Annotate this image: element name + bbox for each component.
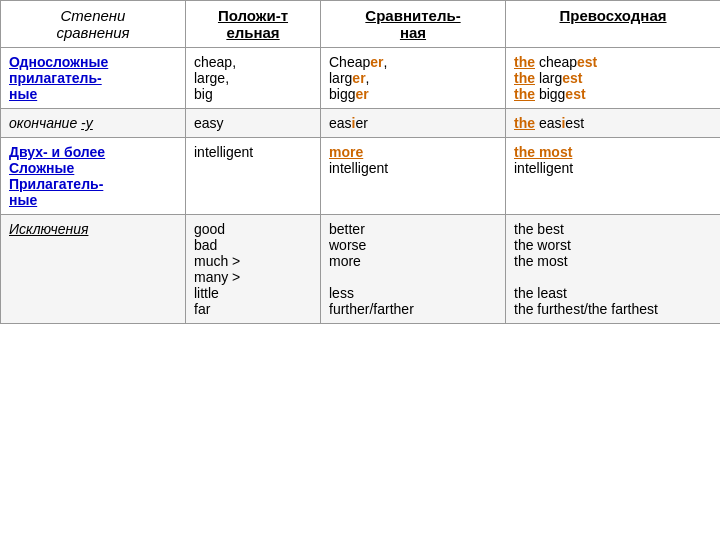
row3-col2: intelligent [186, 138, 321, 215]
table-row: Двух- и болееСложныеПрилагатель-ные inte… [1, 138, 721, 215]
row2-col4: the easiest [506, 109, 721, 138]
row1-col4: the cheapest the largest the biggest [506, 48, 721, 109]
header-row: Степенисравнения Положи-тельная Сравните… [1, 1, 721, 48]
row2-col2: easy [186, 109, 321, 138]
header-col2: Положи-тельная [186, 1, 321, 48]
comparison-table: Степенисравнения Положи-тельная Сравните… [0, 0, 720, 324]
row4-col1: Исключения [1, 215, 186, 324]
row4-col3: betterworsemorelessfurther/farther [321, 215, 506, 324]
table-row: Исключения goodbadmuch >many >littlefar … [1, 215, 721, 324]
row1-col1: Односложныеприлагатель-ные [1, 48, 186, 109]
header-col1: Степенисравнения [1, 1, 186, 48]
row3-col1: Двух- и болееСложныеПрилагатель-ные [1, 138, 186, 215]
table-row: Односложныеприлагатель-ные cheap,large,b… [1, 48, 721, 109]
row3-col4: the mostintelligent [506, 138, 721, 215]
header-col3: Сравнитель-ная [321, 1, 506, 48]
row2-col1: окончание -у [1, 109, 186, 138]
row4-col2: goodbadmuch >many >littlefar [186, 215, 321, 324]
row3-col3: moreintelligent [321, 138, 506, 215]
row1-col2: cheap,large,big [186, 48, 321, 109]
header-col4: Превосходная [506, 1, 721, 48]
row2-col3: easier [321, 109, 506, 138]
table-row: окончание -у easy easier the easiest [1, 109, 721, 138]
row4-col4: the bestthe worstthe mostthe leastthe fu… [506, 215, 721, 324]
row1-col3: Cheaper, larger, bigger [321, 48, 506, 109]
